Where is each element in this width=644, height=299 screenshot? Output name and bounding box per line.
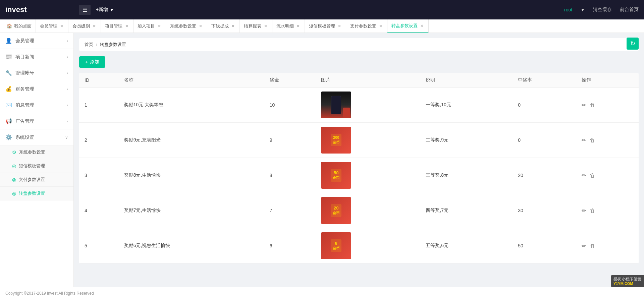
table-row: 1 奖励10元,大奖等您 10 一等奖,10元 0 ✏ 🗑 <box>79 87 639 123</box>
member-manage-icon: 👤 <box>5 38 12 44</box>
breadcrumb: 首页 / 转盘参数设置 <box>79 38 639 51</box>
sidebar-item-finance-manage[interactable]: 💰 财务管理 › <box>0 81 73 97</box>
clear-cache-button[interactable]: 清空缓存 <box>593 7 612 13</box>
cell-id: 3 <box>79 158 119 193</box>
sidebar-sub-item-system-params[interactable]: ⚙ 系统参数设置 <box>0 145 73 159</box>
col-desc: 说明 <box>420 73 513 87</box>
chevron-right-icon: › <box>67 55 68 59</box>
tab-close-icon[interactable]: ✕ <box>337 23 342 29</box>
col-image: 图片 <box>316 73 420 87</box>
tab-item-system-params[interactable]: 系统参数设置✕ <box>166 19 207 33</box>
project-news-icon: 📰 <box>5 54 12 60</box>
delete-button[interactable]: 🗑 <box>590 208 595 214</box>
menu-toggle-button[interactable]: ☰ <box>79 5 91 15</box>
cell-action: ✏ 🗑 <box>576 123 639 158</box>
prize-table: ID 名称 奖金 图片 说明 中奖率 操作 1 奖励10元,大奖等您 10 一等… <box>79 73 639 263</box>
cell-name: 奖励7元,生活愉快 <box>119 193 264 228</box>
edit-button[interactable]: ✏ <box>582 208 586 214</box>
tab-close-icon[interactable]: ✕ <box>124 23 129 29</box>
sidebar-sub-item-turntable-params[interactable]: ◎ 转盘参数设置 <box>0 187 73 200</box>
edit-button[interactable]: ✏ <box>582 173 586 178</box>
sidebar-item-project-news[interactable]: 📰 项目新闻 › <box>0 49 73 65</box>
refresh-button[interactable]: ↻ <box>627 38 639 50</box>
tab-label: 支付参数设置 <box>350 23 376 29</box>
cell-desc: 五等奖,6元 <box>420 228 513 263</box>
tab-item-project-manage[interactable]: 项目管理✕ <box>101 19 133 33</box>
tab-item-join-project[interactable]: 加入项目✕ <box>133 19 166 33</box>
col-action: 操作 <box>576 73 639 87</box>
sidebar-sub-item-label: 转盘参数设置 <box>19 190 45 196</box>
sidebar-item-message-manage[interactable]: ✉️ 消息管理 › <box>0 97 73 113</box>
quick-add-button[interactable]: +新增 ▼ <box>96 7 114 13</box>
delete-button[interactable]: 🗑 <box>590 137 595 143</box>
sidebar-sub-item-label: 支付参数设置 <box>19 177 45 183</box>
tab-item-member-manage[interactable]: 会员管理✕ <box>36 19 68 33</box>
tab-label: 会员管理 <box>40 23 57 29</box>
front-page-button[interactable]: 前台首页 <box>620 7 639 13</box>
delete-button[interactable]: 🗑 <box>590 102 595 108</box>
cell-prize: 10 <box>264 87 316 123</box>
col-rate: 中奖率 <box>513 73 576 87</box>
tab-item-settlement-report[interactable]: 结算报表✕ <box>240 19 272 33</box>
tab-item-member-level[interactable]: 会员级别✕ <box>68 19 101 33</box>
add-item-button[interactable]: + 添加 <box>79 56 105 68</box>
chevron-down-icon: ∨ <box>65 135 68 140</box>
tab-item-turntable-params[interactable]: 转盘参数设置✕ <box>387 19 429 33</box>
cell-image <box>316 87 420 123</box>
sidebar-sub-item-payment-params[interactable]: ◎ 支付参数设置 <box>0 173 73 187</box>
tab-close-icon[interactable]: ✕ <box>198 23 203 29</box>
tab-item-downline-promo[interactable]: 下线提成✕ <box>207 19 240 33</box>
sidebar-item-member-manage[interactable]: 👤 会员管理 › <box>0 33 73 49</box>
delete-button[interactable]: 🗑 <box>590 243 595 249</box>
tab-item-sms-template[interactable]: 短信模板管理✕ <box>305 19 346 33</box>
sidebar-item-label: 项目新闻 <box>15 54 34 60</box>
col-id: ID <box>79 73 119 87</box>
manage-account-icon: 🔧 <box>5 70 12 76</box>
tab-close-icon[interactable]: ✕ <box>231 23 235 29</box>
edit-button[interactable]: ✏ <box>582 243 586 249</box>
tab-close-icon[interactable]: ✕ <box>263 23 268 29</box>
tab-close-icon[interactable]: ✕ <box>157 23 162 29</box>
cell-rate: 0 <box>513 123 576 158</box>
user-name[interactable]: root <box>564 7 572 12</box>
chevron-down-icon: ▼ <box>580 7 585 12</box>
sidebar-item-label: 系统设置 <box>15 134 34 140</box>
cell-rate: 50 <box>513 228 576 263</box>
watermark-line1: 授权 小程序 运营 <box>613 277 641 282</box>
sidebar-sub-item-sms-template[interactable]: ◎ 短信模板管理 <box>0 159 73 173</box>
col-prize: 奖金 <box>264 73 316 87</box>
quick-add-arrow: ▼ <box>109 7 114 12</box>
table-header: ID 名称 奖金 图片 说明 中奖率 操作 <box>79 73 639 87</box>
tab-label: 会员级别 <box>72 23 90 29</box>
tab-close-icon[interactable]: ✕ <box>92 23 97 29</box>
tab-label: 结算报表 <box>244 23 261 29</box>
cell-action: ✏ 🗑 <box>576 228 639 263</box>
cell-id: 2 <box>79 123 119 158</box>
edit-button[interactable]: ✏ <box>582 102 586 108</box>
sms-template-sub-icon: ◎ <box>12 163 16 169</box>
tab-close-icon[interactable]: ✕ <box>378 23 383 29</box>
cell-action: ✏ 🗑 <box>576 158 639 193</box>
turntable-params-sub-icon: ◎ <box>12 191 16 196</box>
edit-button[interactable]: ✏ <box>582 137 586 143</box>
finance-manage-icon: 💰 <box>5 86 12 92</box>
cell-action: ✏ 🗑 <box>576 193 639 228</box>
table-body: 1 奖励10元,大奖等您 10 一等奖,10元 0 ✏ 🗑 2 奖励9元,充满阳… <box>79 87 639 263</box>
sidebar-item-system-settings[interactable]: ⚙️ 系统设置 ∨ <box>0 129 73 145</box>
tab-close-icon[interactable]: ✕ <box>420 23 424 29</box>
table-row: 3 奖励8元,生活愉快 8 50 金币 三等奖,8元 20 ✏ 🗑 <box>79 158 639 193</box>
cell-prize: 8 <box>264 158 316 193</box>
delete-button[interactable]: 🗑 <box>590 173 595 178</box>
tab-close-icon[interactable]: ✕ <box>59 23 64 29</box>
footer: Copyright ©2017-2019 invest All Rights R… <box>0 287 644 299</box>
breadcrumb-home[interactable]: 首页 <box>85 42 93 48</box>
sidebar-item-manage-account[interactable]: 🔧 管理帐号 › <box>0 65 73 81</box>
tab-label: 加入项目 <box>138 23 155 29</box>
tab-item-home[interactable]: 🏠我的桌面 <box>3 19 36 33</box>
tab-close-icon[interactable]: ✕ <box>296 23 301 29</box>
tab-item-flow-detail[interactable]: 流水明细✕ <box>272 19 305 33</box>
cell-name: 奖励9元,充满阳光 <box>119 123 264 158</box>
tab-item-payment-params[interactable]: 支付参数设置✕ <box>346 19 387 33</box>
home-icon: 🏠 <box>7 23 12 28</box>
sidebar-item-ad-manage[interactable]: 📢 广告管理 › <box>0 113 73 129</box>
